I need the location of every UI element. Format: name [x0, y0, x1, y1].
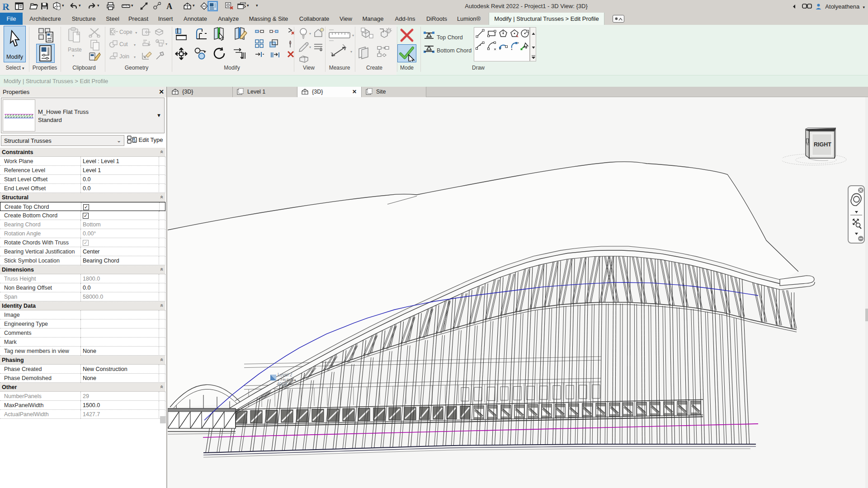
- svg-text:RIGHT: RIGHT: [814, 141, 831, 148]
- svg-text:4000: 4000: [277, 382, 287, 387]
- svg-text:▲ FIN FLR ▲: ▲ FIN FLR ▲: [277, 378, 297, 381]
- svg-text:Level 2: Level 2: [278, 372, 292, 377]
